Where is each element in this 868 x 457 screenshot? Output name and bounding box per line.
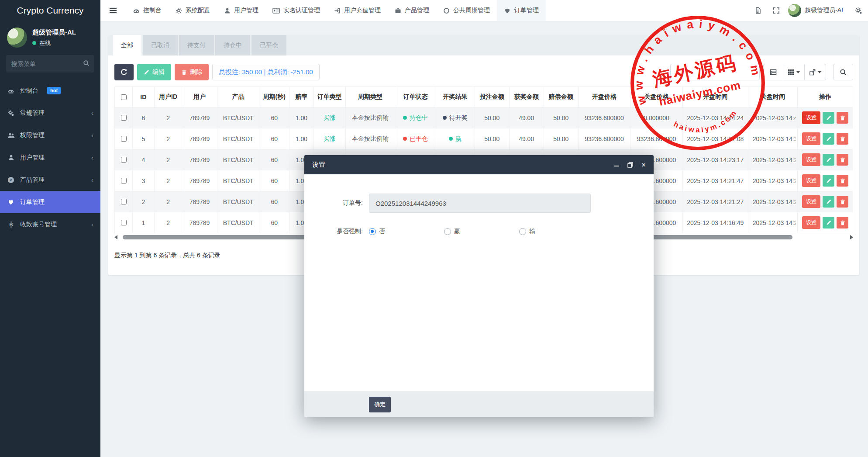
radio-icon [519,228,526,235]
scroll-right-arrow[interactable] [850,235,853,239]
export-dropdown-icon[interactable] [805,64,826,80]
tab-closed[interactable]: 已平仓 [251,35,286,55]
cell-open_time: 2025-12-03 14:21:47 [682,170,748,191]
cell-user: 789789 [182,107,217,128]
search-button[interactable] [833,64,853,80]
tab-cancelled[interactable]: 已取消 [143,35,178,55]
set-button[interactable]: 设置 [802,132,820,145]
user-icon [7,154,15,161]
delete-row-button[interactable] [837,196,848,208]
cell-uid: 2 [155,212,182,233]
chevron-left-icon: ‹ [91,132,93,138]
topnav-item-recharge[interactable]: 用户充值管理 [327,0,388,21]
signin-icon [334,7,341,14]
trash-icon [840,136,845,142]
topnav-avatar[interactable] [788,4,801,17]
cell-close_time: 2025-12-03 14:21:49 [748,212,797,233]
dialog-header[interactable]: 设置 × [304,155,654,174]
topnav-item-product[interactable]: 产品管理 [388,0,436,21]
edit-row-button[interactable] [823,175,834,187]
trash-icon [181,69,187,75]
delete-row-button[interactable] [837,175,848,187]
cell-close_price: 93236.800000 [630,128,683,149]
table-search-input[interactable] [670,64,760,80]
row-checkbox[interactable] [121,157,127,163]
set-button[interactable]: 设置 [802,216,820,229]
cell-period: 60 [259,107,289,128]
topnav-item-order[interactable]: 订单管理 [497,0,546,21]
force-radio-输[interactable]: 输 [519,228,584,235]
order-no-input[interactable] [369,194,591,213]
delete-row-button[interactable] [837,154,848,166]
row-checkbox[interactable] [121,136,127,142]
edit-row-button[interactable] [823,196,834,208]
cell-order_type: 买涨 [313,107,345,128]
maximize-button[interactable] [627,160,633,169]
dialog-body: 订单号: 是否强制: 否赢输 [304,174,654,235]
edit-row-button[interactable] [823,154,834,166]
scroll-left-arrow[interactable] [114,235,117,239]
refresh-button[interactable] [114,64,134,80]
cell-user: 789789 [182,128,217,149]
delete-button[interactable]: 删除 [175,64,209,80]
sidebar-item-product[interactable]: P产品管理‹ [0,169,100,191]
close-button[interactable]: × [641,160,646,169]
user-avatar[interactable] [7,28,27,48]
set-button[interactable]: 设置 [802,195,820,208]
edit-row-button[interactable] [823,217,834,228]
sidebar-item-auth[interactable]: 权限管理‹ [0,124,100,146]
topnav-username[interactable]: 超级管理员-AL [805,0,849,21]
gear-icon [176,7,182,14]
set-button[interactable]: 设置 [802,153,820,166]
topnav-item-system-config[interactable]: 系统配置 [169,0,217,21]
row-checkbox[interactable] [121,199,127,204]
cell-period: 60 [259,128,289,149]
sidebar-item-user[interactable]: 用户管理‹ [0,146,100,169]
topnav-item-user-mgmt[interactable]: 用户管理 [217,0,265,21]
delete-row-button[interactable] [837,133,848,145]
menu-toggle-button[interactable] [100,0,126,21]
row-checkbox[interactable] [121,115,127,121]
sidebar-item-general[interactable]: 常规管理‹ [0,102,100,124]
confirm-button[interactable]: 确定 [369,397,391,412]
heartbeat-icon [504,7,511,14]
topnav-item-realname-auth[interactable]: 实名认证管理 [265,0,327,21]
cell-close_time: 2025-12-03 14:38:08 [748,128,797,149]
sidebar-item-console[interactable]: 控制台hot [0,80,100,102]
force-radio-赢[interactable]: 赢 [444,228,509,235]
set-button[interactable]: 设置 [802,111,820,124]
pagination-toggle-icon[interactable] [763,64,783,80]
edit-button[interactable]: 编辑 [137,64,171,80]
settings-gears-icon[interactable] [849,0,868,21]
minimize-button[interactable] [614,160,619,169]
translate-icon[interactable] [749,0,767,21]
set-button[interactable]: 设置 [802,174,820,187]
row-checkbox[interactable] [121,220,127,225]
sidebar-item-payee[interactable]: B收款账号管理‹ [0,213,100,235]
cell-bet: 50.00 [475,107,509,128]
topnav-item-console[interactable]: 控制台 [126,0,169,21]
cell-product: BTC/USDT [217,170,259,191]
settings-dialog: 设置 × 订单号: 是否强制: 否赢输 确定 [304,155,654,417]
row-checkbox[interactable] [121,178,127,183]
sidebar-item-order[interactable]: 订单管理 [0,191,100,213]
tab-all[interactable]: 全部 [113,35,141,55]
cell-product: BTC/USDT [217,149,259,170]
force-radio-否[interactable]: 否 [369,228,434,235]
tab-unpaid[interactable]: 待支付 [179,35,214,55]
edit-row-button[interactable] [823,133,834,145]
delete-row-button[interactable] [837,217,848,228]
column-header-period: 周期(秒) [259,87,289,107]
edit-row-button[interactable] [823,112,834,124]
columns-dropdown-icon[interactable] [783,64,805,80]
cell-win: 49.00 [509,128,544,149]
fullscreen-icon[interactable] [767,0,785,21]
delete-row-button[interactable] [837,112,848,124]
menu-search-input[interactable] [6,55,94,73]
select-all-checkbox[interactable] [121,94,127,100]
chevron-left-icon: ‹ [91,154,93,161]
topnav-item-label: 系统配置 [186,7,210,14]
cell-actions: 设置 [798,191,853,212]
tab-holding[interactable]: 持仓中 [215,35,250,55]
topnav-item-public-cycle[interactable]: 公共周期管理 [436,0,497,21]
